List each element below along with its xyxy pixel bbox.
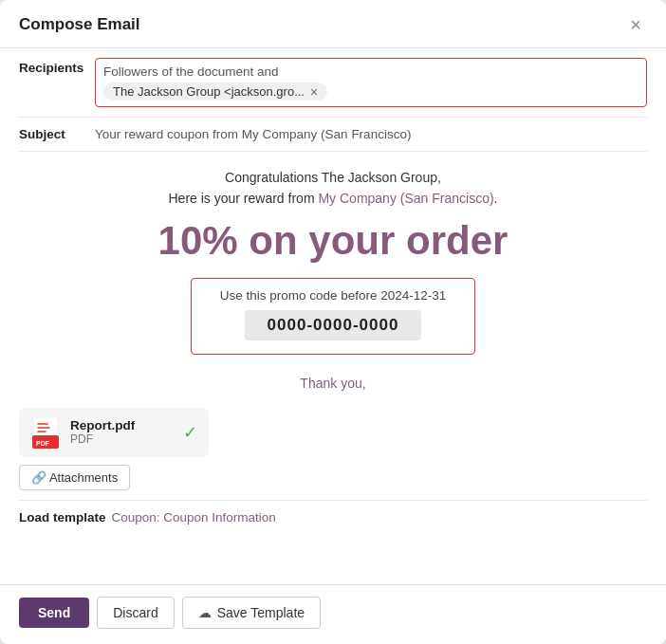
greeting-line2-suffix: .: [494, 191, 498, 206]
dialog-footer: Send Discard ☁ Save Template: [0, 584, 666, 644]
close-button[interactable]: ×: [624, 13, 647, 36]
recipient-tag[interactable]: The Jackson Group <jackson.gro... ×: [103, 83, 327, 101]
attachment-check-icon: ✓: [183, 422, 197, 443]
save-template-button[interactable]: ☁ Save Template: [182, 597, 321, 629]
dialog-body: Recipients Followers of the document and…: [0, 48, 666, 584]
recipients-label: Recipients: [19, 58, 95, 75]
pdf-icon: PDF: [30, 415, 61, 450]
subject-label: Subject: [19, 127, 95, 141]
dialog-title: Compose Email: [19, 15, 140, 34]
preview-thankyou: Thank you,: [19, 376, 647, 391]
compose-email-dialog: Compose Email × Recipients Followers of …: [0, 0, 666, 644]
save-template-label: Save Template: [217, 605, 305, 620]
discard-button[interactable]: Discard: [97, 597, 174, 629]
recipient-tag-remove[interactable]: ×: [310, 85, 318, 99]
subject-value: Your reward coupon from My Company (San …: [95, 127, 411, 141]
recipients-row: Recipients Followers of the document and…: [19, 48, 647, 118]
load-template-link[interactable]: Coupon: Coupon Information: [112, 510, 276, 524]
load-template-row: Load template Coupon: Coupon Information: [19, 500, 647, 530]
preview-discount: 10% on your order: [19, 219, 647, 263]
recipients-box: Followers of the document and The Jackso…: [95, 58, 647, 107]
recipients-value: Followers of the document and The Jackso…: [95, 58, 647, 107]
dialog-header: Compose Email ×: [0, 0, 666, 48]
promo-code: 0000-0000-0000: [245, 310, 422, 340]
recipients-text: Followers of the document and: [103, 64, 638, 79]
send-button[interactable]: Send: [19, 598, 89, 628]
subject-row: Subject Your reward coupon from My Compa…: [19, 118, 647, 152]
promo-box: Use this promo code before 2024-12-31 00…: [191, 278, 476, 355]
attachment-name: Report.pdf: [70, 418, 174, 432]
attachment-item: PDF Report.pdf PDF ✓: [19, 408, 209, 457]
attachment-area: PDF Report.pdf PDF ✓ 🔗 Attachments: [19, 398, 647, 500]
save-template-icon: ☁: [198, 605, 212, 620]
preview-greeting: Congratulations The Jackson Group, Here …: [19, 167, 647, 210]
promo-label: Use this promo code before 2024-12-31: [220, 288, 447, 303]
load-template-label: Load template: [19, 510, 106, 524]
subject-inner: Subject Your reward coupon from My Compa…: [19, 127, 647, 141]
svg-text:PDF: PDF: [36, 439, 50, 446]
attachment-info: Report.pdf PDF: [70, 418, 174, 446]
email-preview: Congratulations The Jackson Group, Here …: [19, 152, 647, 398]
attachment-type: PDF: [70, 432, 174, 446]
attachments-button[interactable]: 🔗 Attachments: [19, 465, 130, 490]
greeting-line1: Congratulations The Jackson Group,: [225, 170, 441, 185]
recipient-tag-name: The Jackson Group <jackson.gro...: [113, 84, 305, 99]
greeting-line2-prefix: Here is your reward from: [169, 191, 319, 206]
company-link[interactable]: My Company (San Francisco): [318, 191, 493, 206]
